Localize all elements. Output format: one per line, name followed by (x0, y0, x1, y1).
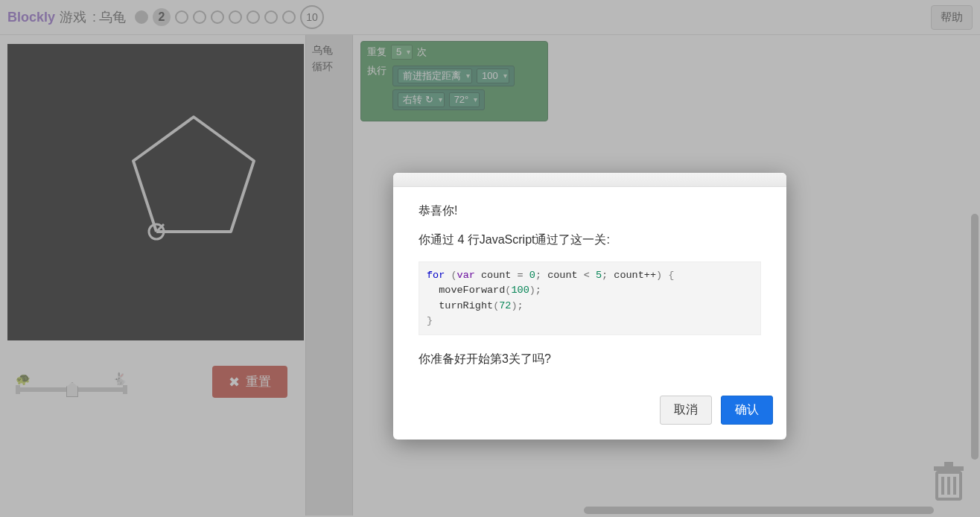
level-complete-dialog: 恭喜你! 你通过 4 行JavaScript通过了这一关: for (var c… (393, 173, 786, 440)
generated-code: for (var count = 0; count < 5; count++) … (419, 261, 761, 335)
cancel-button[interactable]: 取消 (660, 396, 712, 425)
dialog-next-prompt: 你准备好开始第3关了吗? (419, 352, 761, 367)
modal-overlay: 恭喜你! 你通过 4 行JavaScript通过了这一关: for (var c… (0, 0, 980, 517)
dialog-titlebar[interactable] (393, 173, 786, 187)
dialog-footer: 取消 确认 (393, 388, 786, 440)
dialog-congrats: 恭喜你! (419, 203, 761, 219)
ok-button[interactable]: 确认 (721, 396, 773, 425)
dialog-summary: 你通过 4 行JavaScript通过了这一关: (419, 232, 761, 248)
app-root: Blockly 游戏 : 乌龟 2 10 帮助 (0, 0, 980, 517)
